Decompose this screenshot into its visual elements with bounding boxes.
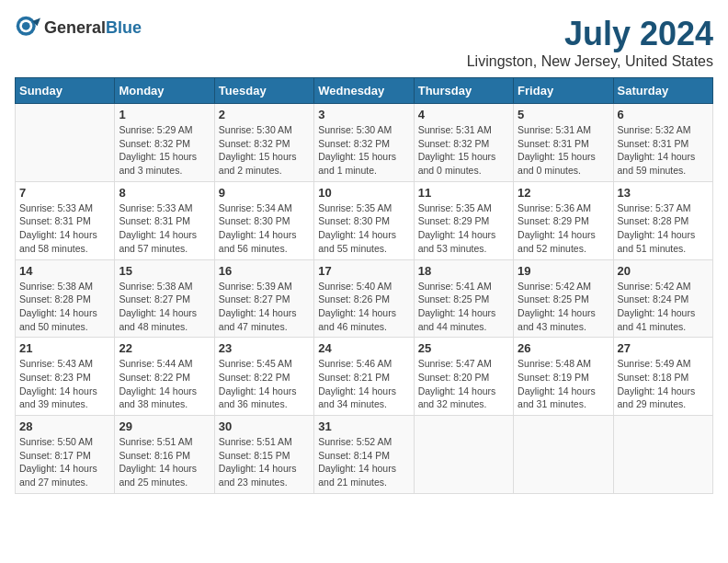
col-saturday: Saturday — [613, 78, 712, 104]
calendar-cell: 19Sunrise: 5:42 AMSunset: 8:25 PMDayligh… — [514, 259, 613, 338]
day-number: 29 — [119, 419, 210, 433]
day-info: Sunrise: 5:38 AMSunset: 8:27 PMDaylight:… — [119, 280, 210, 334]
day-info: Sunrise: 5:33 AMSunset: 8:31 PMDaylight:… — [19, 201, 110, 256]
calendar-cell: 22Sunrise: 5:44 AMSunset: 8:22 PMDayligh… — [115, 338, 214, 416]
day-number: 8 — [119, 186, 210, 200]
calendar-cell: 28Sunrise: 5:50 AMSunset: 8:17 PMDayligh… — [16, 416, 115, 494]
day-info: Sunrise: 5:48 AMSunset: 8:19 PMDaylight:… — [518, 357, 609, 411]
day-info: Sunrise: 5:31 AMSunset: 8:31 PMDaylight:… — [518, 123, 609, 178]
calendar-week-5: 28Sunrise: 5:50 AMSunset: 8:17 PMDayligh… — [16, 416, 713, 494]
day-number: 6 — [618, 108, 709, 121]
calendar-cell: 12Sunrise: 5:36 AMSunset: 8:29 PMDayligh… — [514, 181, 613, 259]
calendar-cell: 7Sunrise: 5:33 AMSunset: 8:31 PMDaylight… — [16, 181, 115, 259]
calendar-cell: 26Sunrise: 5:48 AMSunset: 8:19 PMDayligh… — [514, 338, 613, 416]
day-info: Sunrise: 5:40 AMSunset: 8:26 PMDaylight:… — [318, 280, 409, 334]
calendar-table: Sunday Monday Tuesday Wednesday Thursday… — [15, 77, 713, 494]
day-info: Sunrise: 5:38 AMSunset: 8:28 PMDaylight:… — [19, 280, 110, 334]
day-info: Sunrise: 5:30 AMSunset: 8:32 PMDaylight:… — [219, 123, 310, 178]
day-number: 14 — [19, 264, 110, 278]
day-info: Sunrise: 5:52 AMSunset: 8:14 PMDaylight:… — [318, 435, 409, 489]
calendar-cell: 3Sunrise: 5:30 AMSunset: 8:32 PMDaylight… — [314, 104, 414, 182]
col-thursday: Thursday — [414, 78, 513, 104]
day-info: Sunrise: 5:45 AMSunset: 8:22 PMDaylight:… — [219, 357, 310, 411]
svg-point-2 — [22, 22, 30, 30]
day-number: 31 — [318, 419, 409, 433]
month-title: July 2024 — [467, 15, 713, 53]
location-title: Livingston, New Jersey, United States — [467, 53, 713, 70]
calendar-cell — [613, 416, 712, 494]
day-number: 19 — [518, 264, 609, 278]
calendar-week-2: 7Sunrise: 5:33 AMSunset: 8:31 PMDaylight… — [16, 181, 713, 259]
logo-general: General — [44, 18, 106, 37]
day-number: 10 — [318, 186, 409, 200]
calendar-cell: 20Sunrise: 5:42 AMSunset: 8:24 PMDayligh… — [613, 259, 712, 338]
day-number: 27 — [618, 341, 709, 355]
day-number: 21 — [19, 341, 110, 355]
day-info: Sunrise: 5:50 AMSunset: 8:17 PMDaylight:… — [19, 435, 110, 489]
calendar-cell: 9Sunrise: 5:34 AMSunset: 8:30 PMDaylight… — [214, 181, 313, 259]
day-number: 12 — [518, 186, 609, 200]
logo-blue: Blue — [106, 18, 142, 37]
day-number: 22 — [119, 341, 210, 355]
calendar-cell: 6Sunrise: 5:32 AMSunset: 8:31 PMDaylight… — [613, 104, 712, 182]
calendar-week-4: 21Sunrise: 5:43 AMSunset: 8:23 PMDayligh… — [16, 338, 713, 416]
day-info: Sunrise: 5:29 AMSunset: 8:32 PMDaylight:… — [119, 123, 210, 178]
calendar-body: 1Sunrise: 5:29 AMSunset: 8:32 PMDaylight… — [16, 104, 713, 494]
day-info: Sunrise: 5:36 AMSunset: 8:29 PMDaylight:… — [518, 201, 609, 256]
day-info: Sunrise: 5:31 AMSunset: 8:32 PMDaylight:… — [418, 123, 509, 178]
day-info: Sunrise: 5:49 AMSunset: 8:18 PMDaylight:… — [618, 357, 709, 411]
day-info: Sunrise: 5:39 AMSunset: 8:27 PMDaylight:… — [219, 280, 310, 334]
day-number: 20 — [618, 264, 709, 278]
day-info: Sunrise: 5:41 AMSunset: 8:25 PMDaylight:… — [418, 280, 509, 334]
day-number: 16 — [219, 264, 310, 278]
day-info: Sunrise: 5:34 AMSunset: 8:30 PMDaylight:… — [219, 201, 310, 256]
calendar-cell: 13Sunrise: 5:37 AMSunset: 8:28 PMDayligh… — [613, 181, 712, 259]
day-info: Sunrise: 5:32 AMSunset: 8:31 PMDaylight:… — [618, 123, 709, 178]
calendar-cell: 17Sunrise: 5:40 AMSunset: 8:26 PMDayligh… — [314, 259, 414, 338]
calendar-cell: 21Sunrise: 5:43 AMSunset: 8:23 PMDayligh… — [16, 338, 115, 416]
day-info: Sunrise: 5:51 AMSunset: 8:15 PMDaylight:… — [219, 435, 310, 489]
day-number: 15 — [119, 264, 210, 278]
col-monday: Monday — [115, 78, 214, 104]
day-info: Sunrise: 5:35 AMSunset: 8:29 PMDaylight:… — [418, 201, 509, 256]
day-info: Sunrise: 5:42 AMSunset: 8:24 PMDaylight:… — [618, 280, 709, 334]
day-info: Sunrise: 5:42 AMSunset: 8:25 PMDaylight:… — [518, 280, 609, 334]
col-sunday: Sunday — [16, 78, 115, 104]
col-friday: Friday — [514, 78, 613, 104]
day-number: 13 — [618, 186, 709, 200]
calendar-cell: 14Sunrise: 5:38 AMSunset: 8:28 PMDayligh… — [16, 259, 115, 338]
calendar-cell: 31Sunrise: 5:52 AMSunset: 8:14 PMDayligh… — [314, 416, 414, 494]
calendar-cell: 8Sunrise: 5:33 AMSunset: 8:31 PMDaylight… — [115, 181, 214, 259]
col-tuesday: Tuesday — [214, 78, 313, 104]
calendar-cell: 16Sunrise: 5:39 AMSunset: 8:27 PMDayligh… — [214, 259, 313, 338]
col-wednesday: Wednesday — [314, 78, 414, 104]
calendar-cell: 18Sunrise: 5:41 AMSunset: 8:25 PMDayligh… — [414, 259, 513, 338]
title-area: July 2024 Livingston, New Jersey, United… — [467, 15, 713, 70]
logo: GeneralBlue — [15, 15, 142, 40]
calendar-cell — [16, 104, 115, 182]
calendar-cell: 24Sunrise: 5:46 AMSunset: 8:21 PMDayligh… — [314, 338, 414, 416]
calendar-cell: 15Sunrise: 5:38 AMSunset: 8:27 PMDayligh… — [115, 259, 214, 338]
calendar-header: Sunday Monday Tuesday Wednesday Thursday… — [16, 78, 713, 104]
calendar-cell: 10Sunrise: 5:35 AMSunset: 8:30 PMDayligh… — [314, 181, 414, 259]
day-info: Sunrise: 5:30 AMSunset: 8:32 PMDaylight:… — [318, 123, 409, 178]
calendar-cell: 27Sunrise: 5:49 AMSunset: 8:18 PMDayligh… — [613, 338, 712, 416]
calendar-cell: 5Sunrise: 5:31 AMSunset: 8:31 PMDaylight… — [514, 104, 613, 182]
day-info: Sunrise: 5:46 AMSunset: 8:21 PMDaylight:… — [318, 357, 409, 411]
calendar-week-1: 1Sunrise: 5:29 AMSunset: 8:32 PMDaylight… — [16, 104, 713, 182]
day-number: 11 — [418, 186, 509, 200]
page-header: GeneralBlue July 2024 Livingston, New Je… — [15, 15, 713, 70]
day-info: Sunrise: 5:43 AMSunset: 8:23 PMDaylight:… — [19, 357, 110, 411]
day-number: 17 — [318, 264, 409, 278]
day-number: 25 — [418, 341, 509, 355]
day-info: Sunrise: 5:35 AMSunset: 8:30 PMDaylight:… — [318, 201, 409, 256]
calendar-week-3: 14Sunrise: 5:38 AMSunset: 8:28 PMDayligh… — [16, 259, 713, 338]
day-number: 26 — [518, 341, 609, 355]
day-number: 9 — [219, 186, 310, 200]
calendar-cell — [414, 416, 513, 494]
calendar-cell: 2Sunrise: 5:30 AMSunset: 8:32 PMDaylight… — [214, 104, 313, 182]
day-info: Sunrise: 5:37 AMSunset: 8:28 PMDaylight:… — [618, 201, 709, 256]
day-number: 18 — [418, 264, 509, 278]
logo-icon — [15, 15, 40, 40]
day-number: 7 — [19, 186, 110, 200]
